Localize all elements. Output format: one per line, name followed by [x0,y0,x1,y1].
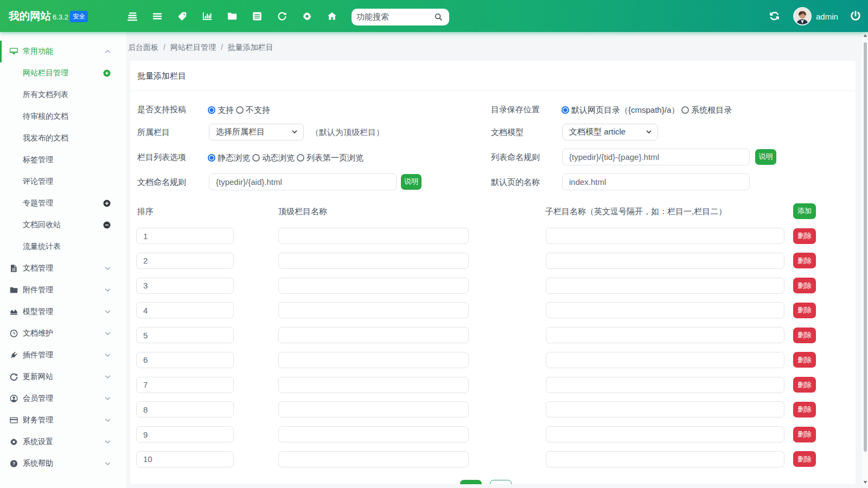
svg-text:?: ? [12,461,15,466]
